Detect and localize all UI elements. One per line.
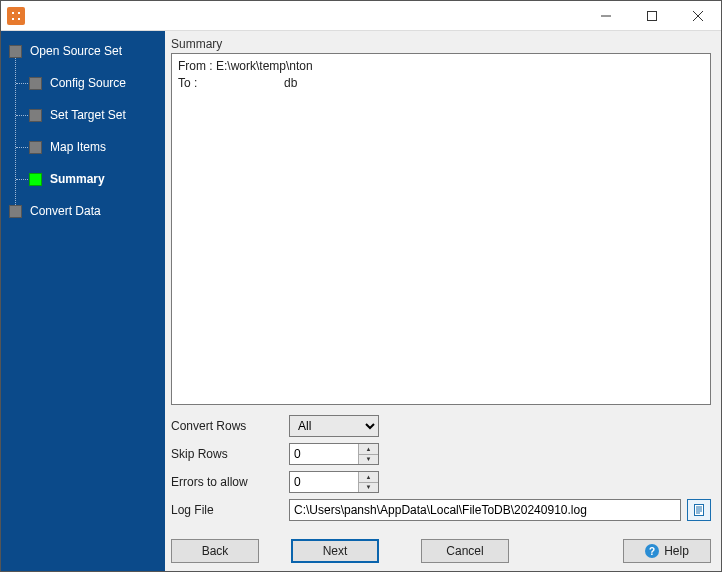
sidebar-item-config-source[interactable]: Config Source [29, 71, 165, 95]
skip-rows-input[interactable] [290, 444, 358, 464]
spinner-up-icon[interactable]: ▲ [359, 472, 378, 483]
step-box-icon [29, 141, 42, 154]
sidebar-item-set-target-set[interactable]: Set Target Set [29, 103, 165, 127]
svg-rect-1 [648, 11, 657, 20]
wizard-button-row: Back Next Cancel ? Help [171, 539, 711, 563]
skip-rows-label: Skip Rows [171, 447, 289, 461]
skip-rows-spinner[interactable]: ▲ ▼ [289, 443, 379, 465]
sidebar-item-label: Map Items [50, 140, 106, 154]
sidebar-item-convert-data[interactable]: Convert Data [9, 199, 165, 223]
wizard-sidebar: Open Source Set Config Source Set Target… [1, 31, 165, 571]
step-box-icon [9, 205, 22, 218]
browse-log-file-button[interactable] [687, 499, 711, 521]
step-box-icon [29, 173, 42, 186]
help-icon: ? [645, 544, 659, 558]
close-button[interactable] [675, 1, 721, 31]
sidebar-item-label: Set Target Set [50, 108, 126, 122]
sidebar-item-label: Config Source [50, 76, 126, 90]
main-panel: Summary From : E:\work\temp\nton To : db… [165, 31, 721, 571]
maximize-button[interactable] [629, 1, 675, 31]
sidebar-item-label: Open Source Set [30, 44, 122, 58]
spinner-down-icon[interactable]: ▼ [359, 455, 378, 465]
back-button[interactable]: Back [171, 539, 259, 563]
app-icon [7, 7, 25, 25]
convert-rows-select[interactable]: All [289, 415, 379, 437]
errors-to-allow-label: Errors to allow [171, 475, 289, 489]
options-panel: Convert Rows All Skip Rows ▲ ▼ [171, 415, 711, 527]
sidebar-item-open-source-set[interactable]: Open Source Set [9, 39, 165, 63]
spinner-up-icon[interactable]: ▲ [359, 444, 378, 455]
summary-textbox[interactable]: From : E:\work\temp\nton To : db [171, 53, 711, 405]
sidebar-item-map-items[interactable]: Map Items [29, 135, 165, 159]
minimize-button[interactable] [583, 1, 629, 31]
next-button[interactable]: Next [291, 539, 379, 563]
app-window: Open Source Set Config Source Set Target… [0, 0, 722, 572]
errors-to-allow-input[interactable] [290, 472, 358, 492]
document-icon [692, 503, 706, 517]
step-box-icon [9, 45, 22, 58]
titlebar [1, 1, 721, 31]
sidebar-item-summary[interactable]: Summary [29, 167, 165, 191]
sidebar-item-label: Summary [50, 172, 105, 186]
cancel-button[interactable]: Cancel [421, 539, 509, 563]
svg-rect-4 [695, 505, 704, 516]
errors-to-allow-spinner[interactable]: ▲ ▼ [289, 471, 379, 493]
convert-rows-label: Convert Rows [171, 419, 289, 433]
step-box-icon [29, 109, 42, 122]
spinner-down-icon[interactable]: ▼ [359, 483, 378, 493]
help-button[interactable]: ? Help [623, 539, 711, 563]
summary-label: Summary [171, 37, 711, 51]
log-file-label: Log File [171, 503, 289, 517]
sidebar-item-label: Convert Data [30, 204, 101, 218]
step-box-icon [29, 77, 42, 90]
log-file-input[interactable] [289, 499, 681, 521]
